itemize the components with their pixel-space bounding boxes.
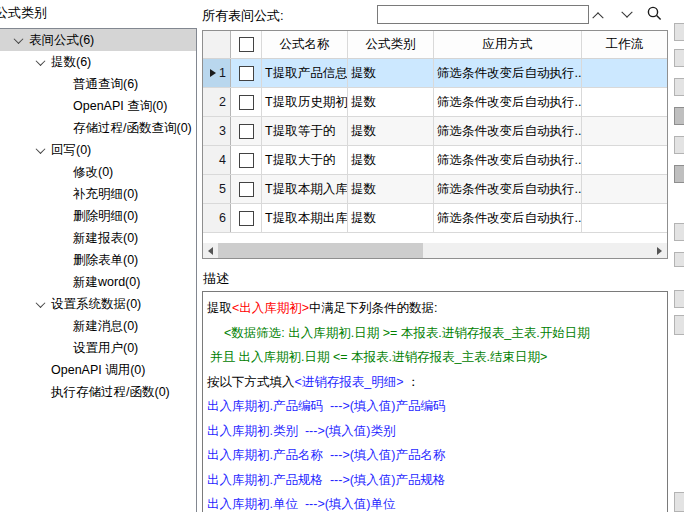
cell-formula-name[interactable]: T提取等于的 <box>262 117 348 145</box>
col-header-workflow[interactable]: 工作流 <box>582 31 667 58</box>
tree-item[interactable]: 设置系统数据(0) <box>0 293 196 315</box>
tree-chevron-box[interactable] <box>30 139 51 161</box>
col-header-formula-category[interactable]: 公式类别 <box>348 31 434 58</box>
row-checkbox[interactable] <box>239 66 254 81</box>
tree-item[interactable]: 新建报表(0) <box>0 227 196 249</box>
table-row[interactable]: 4 T提取大于的 提数 筛选条件改变后自动执行... <box>203 146 667 175</box>
clipped-side-button[interactable] <box>674 49 684 67</box>
tree-chevron-box[interactable] <box>30 293 51 315</box>
tree-chevron-box[interactable] <box>8 29 29 51</box>
clipped-side-button[interactable] <box>674 252 684 267</box>
row-indicator-cell[interactable]: 1 <box>203 59 231 87</box>
clipped-side-button[interactable] <box>674 290 684 308</box>
tree-chevron-box[interactable] <box>30 51 51 73</box>
cell-formula-category[interactable]: 提数 <box>348 117 434 145</box>
cell-formula-name[interactable]: T提取大于的 <box>262 146 348 174</box>
col-header-formula-name[interactable]: 公式名称 <box>262 31 348 58</box>
row-indicator-cell[interactable]: 3 <box>203 117 231 145</box>
tree-item[interactable]: 删除明细(0) <box>0 205 196 227</box>
tree-item[interactable]: 表间公式(6) <box>0 29 196 51</box>
tree-item[interactable]: 执行存储过程/函数(0) <box>0 381 196 403</box>
scroll-right-button[interactable] <box>652 243 667 258</box>
cell-formula-name[interactable]: T提取本期入库 <box>262 175 348 203</box>
cell-workflow[interactable] <box>582 204 667 232</box>
tree-item[interactable]: 新建word(0) <box>0 271 196 293</box>
tree-item[interactable]: OpenAPI 查询(0) <box>0 95 196 117</box>
row-indicator-cell[interactable]: 6 <box>203 204 231 232</box>
cell-formula-name[interactable]: T提取历史期初 <box>262 88 348 116</box>
cell-workflow[interactable] <box>582 175 667 203</box>
clipped-side-button[interactable] <box>674 107 684 125</box>
tree-item[interactable]: OpenAPI 调用(0) <box>0 359 196 381</box>
row-checkbox-cell[interactable] <box>231 117 262 145</box>
clipped-side-button[interactable] <box>674 315 684 335</box>
row-checkbox-cell[interactable] <box>231 175 262 203</box>
search-button[interactable] <box>643 4 665 22</box>
cell-formula-name[interactable]: T提取产品信息 <box>262 59 348 87</box>
table-row[interactable]: 3 T提取等于的 提数 筛选条件改变后自动执行... <box>203 117 667 146</box>
table-row[interactable]: 1 T提取产品信息 提数 筛选条件改变后自动执行... <box>203 59 667 88</box>
clipped-side-button[interactable] <box>674 165 684 183</box>
row-checkbox[interactable] <box>239 153 254 168</box>
clipped-side-button[interactable] <box>674 492 684 512</box>
row-indicator-cell[interactable]: 5 <box>203 175 231 203</box>
table-row[interactable]: 6 T提取本期出库 提数 筛选条件改变后自动执行... <box>203 204 667 233</box>
cell-workflow[interactable] <box>582 146 667 174</box>
tree-item[interactable]: 补充明细(0) <box>0 183 196 205</box>
cell-apply-mode[interactable]: 筛选条件改变后自动执行... <box>434 88 582 116</box>
tree-item[interactable]: 修改(0) <box>0 161 196 183</box>
row-checkbox-cell[interactable] <box>231 59 262 87</box>
cell-formula-name[interactable]: T提取本期出库 <box>262 204 348 232</box>
row-checkbox-cell[interactable] <box>231 88 262 116</box>
search-prev-button[interactable] <box>587 6 609 24</box>
row-checkbox[interactable] <box>239 95 254 110</box>
row-checkbox[interactable] <box>239 182 254 197</box>
horizontal-scrollbar[interactable] <box>203 243 667 258</box>
clipped-side-button[interactable] <box>674 223 684 241</box>
cell-workflow[interactable] <box>582 59 667 87</box>
table-row[interactable]: 2 T提取历史期初 提数 筛选条件改变后自动执行... <box>203 88 667 117</box>
tree-item[interactable]: 提数(6) <box>0 51 196 73</box>
tree-chevron-box[interactable] <box>52 271 73 293</box>
clipped-side-button[interactable] <box>674 136 684 154</box>
search-input[interactable] <box>377 5 589 24</box>
cell-apply-mode[interactable]: 筛选条件改变后自动执行... <box>434 204 582 232</box>
tree-item[interactable]: 普通查询(6) <box>0 73 196 95</box>
cell-formula-category[interactable]: 提数 <box>348 59 434 87</box>
select-all-checkbox[interactable] <box>239 37 254 52</box>
row-checkbox-cell[interactable] <box>231 204 262 232</box>
tree-chevron-box[interactable] <box>52 227 73 249</box>
tree-chevron-box[interactable] <box>52 95 73 117</box>
tree-chevron-box[interactable] <box>52 315 73 337</box>
tree-item[interactable]: 存储过程/函数查询(0) <box>0 117 196 139</box>
cell-apply-mode[interactable]: 筛选条件改变后自动执行... <box>434 117 582 145</box>
cell-formula-category[interactable]: 提数 <box>348 88 434 116</box>
cell-apply-mode[interactable]: 筛选条件改变后自动执行... <box>434 175 582 203</box>
tree-item[interactable]: 新建消息(0) <box>0 315 196 337</box>
cell-apply-mode[interactable]: 筛选条件改变后自动执行... <box>434 59 582 87</box>
row-checkbox-cell[interactable] <box>231 146 262 174</box>
cell-apply-mode[interactable]: 筛选条件改变后自动执行... <box>434 146 582 174</box>
tree-chevron-box[interactable] <box>52 205 73 227</box>
tree-item[interactable]: 回写(0) <box>0 139 196 161</box>
tree-chevron-box[interactable] <box>52 117 73 139</box>
tree-chevron-box[interactable] <box>30 359 51 381</box>
tree-chevron-box[interactable] <box>52 249 73 271</box>
clipped-side-button[interactable] <box>674 23 684 41</box>
tree-chevron-box[interactable] <box>52 183 73 205</box>
clipped-side-button[interactable] <box>674 78 684 96</box>
cell-formula-category[interactable]: 提数 <box>348 175 434 203</box>
tree-chevron-box[interactable] <box>52 337 73 359</box>
cell-formula-category[interactable]: 提数 <box>348 204 434 232</box>
tree-item[interactable]: 删除表单(0) <box>0 249 196 271</box>
tree-chevron-box[interactable] <box>30 381 51 403</box>
tree-item[interactable]: 设置用户(0) <box>0 337 196 359</box>
row-checkbox[interactable] <box>239 124 254 139</box>
tree-chevron-box[interactable] <box>52 73 73 95</box>
col-header-apply-mode[interactable]: 应用方式 <box>434 31 582 58</box>
tree-chevron-box[interactable] <box>52 161 73 183</box>
cell-workflow[interactable] <box>582 117 667 145</box>
cell-workflow[interactable] <box>582 88 667 116</box>
scrollbar-thumb[interactable] <box>218 243 423 258</box>
scroll-left-button[interactable] <box>203 243 218 258</box>
